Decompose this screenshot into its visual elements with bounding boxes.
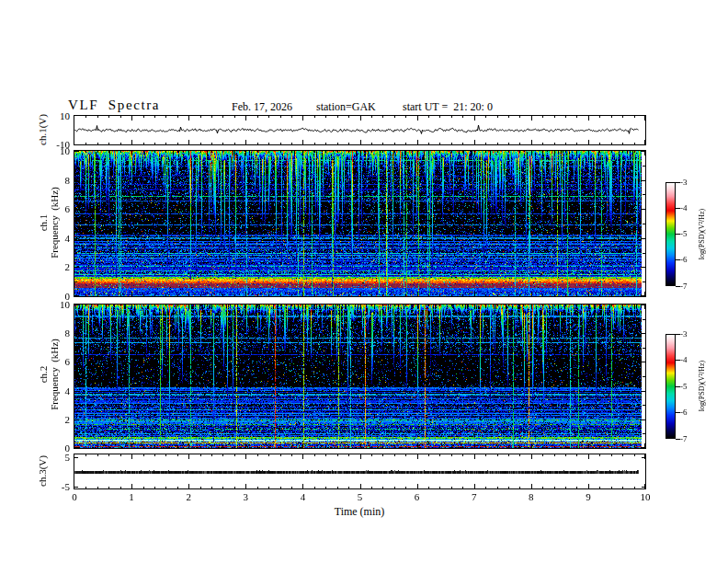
axis-tick [474,484,475,488]
axis-tick [120,454,121,456]
time-axis-label: Time (min) [304,505,415,519]
axis-tick [268,446,269,448]
colorbar-tick-label: -7 [680,282,700,291]
axis-tick [634,487,635,488]
axis-tick [74,333,79,334]
axis-tick [599,151,600,153]
axis-tick [405,116,406,118]
axis-tick [257,304,258,306]
axis-tick [74,224,77,224]
axis-tick [474,304,475,309]
axis-tick [382,143,383,144]
axis-tick [85,294,86,296]
axis-tick [451,446,452,448]
axis-tick [508,116,509,118]
axis-tick [200,454,201,456]
axis-tick [120,294,121,296]
axis-tick [120,304,121,306]
axis-tick [131,443,132,448]
axis-tick [360,484,361,488]
axis-tick [245,443,246,448]
axis-tick [245,304,246,309]
y-tick-label: 10 [42,146,70,155]
axis-tick [97,151,98,153]
axis-tick [120,446,121,448]
axis-tick [348,116,349,118]
axis-tick [634,454,635,456]
axis-tick [177,487,178,488]
axis-tick [519,294,520,296]
axis-tick [337,151,338,153]
axis-tick [302,116,303,121]
axis-tick [634,304,635,306]
axis-tick [108,446,109,448]
axis-tick [371,487,372,488]
axis-tick [177,446,178,448]
axis-tick [542,143,543,144]
axis-tick [234,304,235,306]
axis-tick [337,304,338,306]
axis-tick [439,116,440,118]
axis-tick [97,143,98,144]
axis-tick [74,194,77,195]
colorbar-ch1 [665,182,676,286]
axis-tick [644,116,645,121]
axis-tick [519,143,520,144]
axis-tick [165,454,166,456]
axis-tick [519,304,520,306]
colorbar-tick-label: -3 [680,178,700,187]
axis-tick [382,304,383,306]
ch3-waveform-panel [74,454,646,489]
axis-tick [188,304,189,309]
axis-tick [382,151,383,153]
axis-tick [497,454,498,456]
axis-tick [143,116,144,118]
axis-tick [245,140,246,144]
axis-tick [599,454,600,456]
axis-tick [257,454,258,456]
axis-tick [131,292,132,296]
colorbar-tick-label: -6 [680,256,700,264]
axis-tick [74,376,77,377]
axis-tick [257,151,258,153]
axis-tick [554,446,555,448]
axis-tick [291,143,292,144]
ch1-waveform-panel [74,115,646,145]
axis-tick [641,304,645,305]
axis-tick [519,454,520,456]
axis-tick [108,116,109,118]
axis-tick [291,151,292,153]
axis-tick [428,454,429,456]
axis-tick [245,454,246,459]
axis-tick [485,487,486,488]
axis-tick [165,487,166,488]
axis-tick [643,224,645,224]
axis-tick [131,116,132,121]
axis-tick [643,166,645,167]
x-tick-label: 4 [289,492,316,502]
axis-tick [188,116,189,121]
axis-tick [200,151,201,153]
axis-tick [542,294,543,296]
axis-tick [508,143,509,144]
axis-tick [519,446,520,448]
axis-tick [74,457,78,458]
axis-tick [154,304,155,306]
axis-tick [451,143,452,144]
y-tick-label: 10 [42,111,70,121]
axis-tick [188,454,189,459]
axis-tick [622,151,623,153]
axis-tick [188,443,189,448]
axis-tick [611,304,612,306]
axis-tick [74,304,79,305]
axis-tick [302,484,303,488]
axis-tick [417,151,418,155]
axis-tick [576,294,577,296]
y-tick-label: 10 [42,300,70,309]
axis-tick [143,446,144,448]
axis-tick [405,304,406,306]
axis-tick [177,116,178,118]
axis-tick [85,454,86,456]
axis-tick [588,151,589,155]
axis-tick [508,294,509,296]
